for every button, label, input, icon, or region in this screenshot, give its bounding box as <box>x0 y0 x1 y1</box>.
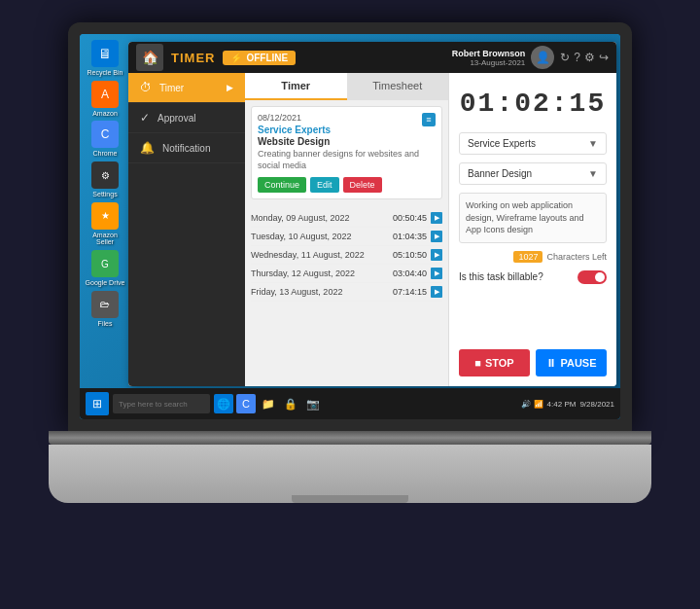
edit-button[interactable]: Edit <box>310 177 339 193</box>
laptop-hinge <box>49 431 651 445</box>
taskbar-icon-2[interactable]: C <box>236 394 256 413</box>
refresh-icon[interactable]: ↻ <box>560 51 570 64</box>
task-card: ≡ 08/12/2021 Service Experts Website Des… <box>251 106 442 199</box>
main-content: Timer Timesheet ≡ 08/12/2021 Service Exp… <box>245 73 616 386</box>
sidebar-notification-label: Notification <box>162 143 210 154</box>
sidebar-timer-label: Timer <box>159 83 184 93</box>
app-body: ⏱ Timer ▶ ✓ Approval 🔔 Notification <box>128 73 616 386</box>
app-title: TIMER <box>171 51 215 65</box>
taskbar-icon-1[interactable]: 🌐 <box>214 394 233 413</box>
sidebar-timer-arrow: ▶ <box>227 83 233 92</box>
tabs-row: Timer Timesheet <box>245 73 448 100</box>
app-window: 🏠 TIMER ⚡ OFFLINE Robert Brownson 13-Aug… <box>128 42 616 386</box>
task-client: Service Experts <box>258 125 436 135</box>
user-avatar: 👤 <box>531 46 554 69</box>
header-icons: ↻ ? ⚙ ↪ <box>560 51 609 64</box>
project-dropdown-arrow: ▼ <box>588 168 598 179</box>
desktop-icon-1[interactable]: 🖥 Recycle Bin <box>84 40 126 77</box>
tab-timer[interactable]: Timer <box>245 73 347 100</box>
billable-label: Is this task billable? <box>459 271 543 282</box>
desktop-icon-3[interactable]: C Chrome <box>84 121 126 158</box>
sidebar-item-notification[interactable]: 🔔 Notification <box>128 133 245 163</box>
billable-row: Is this task billable? <box>459 270 607 284</box>
chars-badge: 1027 <box>513 251 542 263</box>
pause-button[interactable]: ⏸ PAUSE <box>536 349 607 376</box>
taskbar-date: 9/28/2021 <box>579 400 614 409</box>
approval-sidebar-icon: ✓ <box>140 111 150 125</box>
taskbar-icon-3[interactable]: 📁 <box>259 394 278 413</box>
entry-icon-4[interactable]: ▶ <box>431 286 442 298</box>
desktop-icon-2[interactable]: A Amazon <box>84 81 126 118</box>
notification-sidebar-icon: 🔔 <box>140 141 155 155</box>
continue-button[interactable]: Continue <box>258 177 306 193</box>
desktop: 🖥 Recycle Bin A Amazon C C <box>80 34 620 419</box>
taskbar-icon-5[interactable]: 📷 <box>303 394 323 413</box>
task-name: Website Design <box>258 136 436 147</box>
taskbar-right: 🔊 📶 4:42 PM 9/28/2021 <box>521 400 614 409</box>
chars-left-row: 1027 Characters Left <box>459 251 607 263</box>
user-info: Robert Brownson 13-August-2021 👤 ↻ ? ⚙ ↪ <box>452 46 609 69</box>
taskbar-time: 4:42 PM <box>547 400 577 409</box>
sidebar-approval-label: Approval <box>158 113 195 124</box>
taskbar-icon-4[interactable]: 🔒 <box>281 394 300 413</box>
settings-icon[interactable]: ⚙ <box>584 51 595 64</box>
time-entries: Monday, 09 August, 2022 00:50:45 ▶ Tuesd… <box>245 205 448 305</box>
left-sidebar: ⏱ Timer ▶ ✓ Approval 🔔 Notification <box>128 73 245 386</box>
home-button[interactable]: 🏠 <box>136 44 163 71</box>
time-entry-4: Friday, 13 August, 2022 07:14:15 ▶ <box>251 283 442 302</box>
project-dropdown[interactable]: Banner Design ▼ <box>459 162 607 185</box>
desktop-icon-7[interactable]: 🗁 Files <box>84 291 126 328</box>
delete-button[interactable]: Delete <box>343 177 382 193</box>
action-buttons: ■ STOP ⏸ PAUSE <box>459 349 607 376</box>
toggle-knob <box>595 272 605 282</box>
screen: 🖥 Recycle Bin A Amazon C C <box>80 34 620 419</box>
task-card-menu[interactable]: ≡ <box>422 113 436 126</box>
entry-icon-3[interactable]: ▶ <box>431 268 442 279</box>
chars-left-label: Characters Left <box>546 252 607 262</box>
desktop-icon-5[interactable]: ★ Amazon Seller <box>84 202 126 246</box>
sidebar-item-approval[interactable]: ✓ Approval <box>128 103 245 133</box>
pause-icon: ⏸ <box>545 357 556 369</box>
tab-timesheet[interactable]: Timesheet <box>347 73 449 100</box>
offline-badge: ⚡ OFFLINE <box>223 51 296 65</box>
desktop-icon-6[interactable]: G Google Drive <box>84 250 126 287</box>
timer-sidebar-icon: ⏱ <box>140 81 152 94</box>
screen-bezel: 🖥 Recycle Bin A Amazon C C <box>68 22 632 431</box>
left-panel: Timer Timesheet ≡ 08/12/2021 Service Exp… <box>245 73 449 386</box>
task-description: Creating banner designs for websites and… <box>258 149 436 171</box>
taskbar-icons: 🌐 C 📁 🔒 📷 <box>214 394 323 413</box>
help-icon[interactable]: ? <box>574 51 580 64</box>
timer-display: 01:02:15 <box>459 83 607 125</box>
notes-area[interactable]: Working on web application design, Wiref… <box>459 193 607 243</box>
right-panel: 01:02:15 Service Experts ▼ Banner Design… <box>449 73 616 386</box>
task-actions: Continue Edit Delete <box>258 177 436 193</box>
entry-icon-2[interactable]: ▶ <box>431 249 442 261</box>
time-entry-1: Tuesday, 10 August, 2022 01:04:35 ▶ <box>251 228 442 246</box>
start-button[interactable]: ⊞ <box>86 392 109 415</box>
desktop-icons: 🖥 Recycle Bin A Amazon C C <box>80 34 130 388</box>
sidebar-item-timer[interactable]: ⏱ Timer ▶ <box>128 73 245 103</box>
entry-icon-0[interactable]: ▶ <box>431 212 442 224</box>
billable-toggle[interactable] <box>578 270 607 284</box>
user-date: 13-August-2021 <box>452 58 526 67</box>
logout-icon[interactable]: ↪ <box>599 51 609 64</box>
time-entry-3: Thursday, 12 August, 2022 03:04:40 ▶ <box>251 265 442 283</box>
entry-icon-1[interactable]: ▶ <box>431 231 442 242</box>
stop-button[interactable]: ■ STOP <box>459 349 530 376</box>
app-header: 🏠 TIMER ⚡ OFFLINE Robert Brownson 13-Aug… <box>128 42 616 73</box>
stop-icon: ■ <box>474 357 481 369</box>
time-entry-2: Wednesday, 11 August, 2022 05:10:50 ▶ <box>251 246 442 265</box>
taskbar: ⊞ 🌐 C 📁 🔒 📷 🔊 📶 4:42 PM 9/28/2021 <box>80 388 620 419</box>
service-dropdown-arrow: ▼ <box>588 138 598 149</box>
service-dropdown[interactable]: Service Experts ▼ <box>459 132 607 155</box>
user-name: Robert Brownson <box>452 49 526 58</box>
system-tray: 🔊 📶 <box>521 400 542 409</box>
laptop-base <box>49 445 651 503</box>
time-entry-0: Monday, 09 August, 2022 00:50:45 ▶ <box>251 209 442 228</box>
task-date: 08/12/2021 <box>258 113 436 123</box>
taskbar-search[interactable] <box>113 394 210 413</box>
laptop: 🖥 Recycle Bin A Amazon C C <box>49 22 651 587</box>
desktop-icon-4[interactable]: ⚙ Settings <box>84 161 126 198</box>
